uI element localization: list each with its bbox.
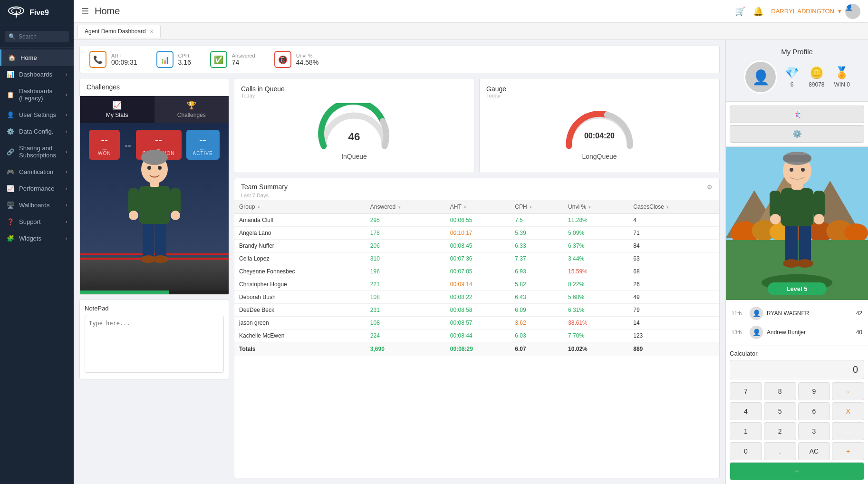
calc-btn-equals[interactable]: = — [730, 462, 864, 480]
sidebar-item-widgets[interactable]: 🧩 Widgets › — [0, 230, 74, 247]
calc-btn-plus[interactable]: + — [832, 442, 864, 460]
unvl-icon: 📵 — [274, 51, 291, 68]
cell-aht: 00:06:55 — [445, 214, 511, 227]
calc-btn-8[interactable]: 8 — [764, 382, 796, 400]
team-summary-settings-icon[interactable]: ⚙ — [707, 184, 713, 191]
calc-btn-divide[interactable]: ÷ — [832, 382, 864, 400]
calc-btn-multiply[interactable]: X — [832, 402, 864, 420]
sidebar-item-wallboards[interactable]: 🖥️ Wallboards › — [0, 197, 74, 213]
sidebar-item-support-label: Support — [19, 218, 41, 225]
stats-bar: 📞 AHT 00:09:31 📊 CPH 3.16 ✅ — [79, 46, 720, 73]
rank-11: 11th — [732, 310, 746, 316]
cell-cph: 3.62 — [510, 317, 563, 329]
dashboards-icon: 📊 — [7, 71, 14, 78]
calc-btn-2[interactable]: 2 — [764, 422, 796, 440]
svg-point-40 — [814, 214, 824, 224]
sidebar-item-user-settings[interactable]: 👤 User Settings › — [0, 106, 74, 123]
active-value: -- — [193, 134, 213, 146]
dashboard: 📞 AHT 00:09:31 📊 CPH 3.16 ✅ — [74, 40, 725, 484]
cell-aht: 00:10:17 — [445, 227, 511, 240]
sort-answered-icon: ▾ — [398, 205, 401, 210]
badge-diamond: 💎 6 — [785, 66, 799, 88]
calc-btn-ac[interactable]: AC — [798, 442, 830, 460]
calc-btn-9[interactable]: 9 — [798, 382, 830, 400]
notepad-textarea[interactable] — [85, 316, 224, 373]
leaderboard-section: 11th 👤 RYAN WAGNER 42 13th 👤 Andrew Bunt… — [726, 300, 868, 346]
cell-cases: 4 — [628, 214, 719, 227]
user-settings-icon: 👤 — [7, 111, 14, 118]
table-row: Angela Lano 178 00:10:17 5.39 5.09% 71 — [234, 227, 719, 240]
cell-group: jason green — [234, 317, 366, 329]
cell-group: Deborah Bush — [234, 291, 366, 304]
col-cases[interactable]: CasesClose ▾ — [628, 200, 719, 214]
calc-btn-0[interactable]: 0 — [730, 442, 762, 460]
calc-btn-dot[interactable]: . — [764, 442, 796, 460]
user-menu[interactable]: DARRYL ADDINGTON ▾ 👤 — [771, 4, 860, 19]
score-ryan: 42 — [856, 310, 862, 317]
search-input[interactable] — [19, 33, 65, 40]
col-group[interactable]: Group ▾ — [234, 200, 366, 214]
calc-btn-minus[interactable]: – — [832, 422, 864, 440]
col-aht[interactable]: AHT ▾ — [445, 200, 511, 214]
calc-btn-1[interactable]: 1 — [730, 422, 762, 440]
calc-btn-7[interactable]: 7 — [730, 382, 762, 400]
character-area — [80, 166, 229, 290]
cell-group: Celia Lopez — [234, 252, 366, 265]
profile-card-btn[interactable]: 🃏 — [730, 106, 864, 123]
cell-answered: 310 — [366, 252, 445, 265]
cell-unvl: 5.09% — [563, 227, 628, 240]
svg-rect-7 — [139, 186, 170, 224]
chevron-right-icon-6: › — [66, 169, 67, 174]
left-panel: Challenges 📈 My Stats 🏆 Challenges — [79, 78, 229, 478]
sidebar-nav: 🏠 Home 📊 Dashboards › 📋 Dashboards (Lega… — [0, 48, 74, 484]
calc-btn-5[interactable]: 5 — [764, 402, 796, 420]
sidebar-item-gamification[interactable]: 🎮 Gamification › — [0, 164, 74, 180]
support-icon: ❓ — [7, 218, 14, 225]
sidebar-item-dashboards[interactable]: 📊 Dashboards › — [0, 66, 74, 83]
coins-count: 89078 — [809, 81, 824, 88]
calls-in-queue-card: Calls in Queue Today 46 — [234, 78, 474, 173]
tab-agent-demo[interactable]: Agent Demo Dashboard ✕ — [77, 25, 161, 38]
cell-cph: 6.09 — [510, 304, 563, 317]
menu-toggle-icon[interactable]: ☰ — [81, 6, 89, 17]
calls-in-queue-subtitle: Today — [241, 93, 255, 98]
notification-icon[interactable]: 🔔 — [753, 6, 763, 17]
calc-btn-4[interactable]: 4 — [730, 402, 762, 420]
challenges-card: Challenges 📈 My Stats 🏆 Challenges — [79, 78, 229, 295]
cart-icon[interactable]: 🛒 — [735, 6, 745, 17]
sidebar-item-home[interactable]: 🏠 Home — [0, 49, 74, 66]
sidebar-item-sharing[interactable]: 🔗 Sharing and Subscriptions › — [0, 140, 74, 164]
cell-answered: 295 — [366, 214, 445, 227]
tab-challenges[interactable]: 🏆 Challenges — [154, 96, 229, 123]
name-ryan: RYAN WAGNER — [767, 310, 852, 317]
gauge-subtitle: Today — [486, 93, 500, 98]
wallboards-icon: 🖥️ — [7, 202, 14, 209]
svg-point-45 — [790, 168, 793, 172]
calc-btn-6[interactable]: 6 — [798, 402, 830, 420]
chevron-right-icon-3: › — [66, 112, 67, 117]
tab-close-icon[interactable]: ✕ — [150, 29, 154, 34]
calc-btn-3[interactable]: 3 — [798, 422, 830, 440]
col-cph[interactable]: CPH ▾ — [510, 200, 563, 214]
sidebar-item-user-settings-label: User Settings — [19, 111, 56, 118]
cell-aht: 00:08:57 — [445, 317, 511, 329]
sidebar-item-dashboards-legacy[interactable]: 📋 Dashboards (Legacy) › — [0, 83, 74, 106]
sidebar-item-data-config[interactable]: ⚙️ Data Config. › — [0, 123, 74, 140]
chevron-right-icon-9: › — [66, 219, 67, 224]
sidebar-item-performance[interactable]: 📈 Performance › — [0, 180, 74, 197]
longqueue-label: LongQueue — [582, 153, 617, 160]
profile-side-buttons: 🃏 ⚙️ — [726, 102, 868, 147]
cell-answered: 224 — [366, 329, 445, 342]
svg-rect-3 — [143, 219, 154, 257]
cell-unvl: 11.28% — [563, 214, 628, 227]
notepad-title: NotePad — [85, 305, 224, 312]
cell-cases: 63 — [628, 252, 719, 265]
tab-my-stats[interactable]: 📈 My Stats — [80, 96, 154, 123]
cell-unvl: 8.22% — [563, 278, 628, 291]
col-answered[interactable]: Answered ▾ — [366, 200, 445, 214]
profile-settings-btn[interactable]: ⚙️ — [730, 125, 864, 143]
col-unvl[interactable]: Unvl % ▾ — [563, 200, 628, 214]
sidebar-item-support[interactable]: ❓ Support › — [0, 213, 74, 230]
cell-group: Cheyenne Fonnesbec — [234, 265, 366, 278]
table-row: jason green 108 00:08:57 3.62 38.61% 14 — [234, 317, 719, 329]
